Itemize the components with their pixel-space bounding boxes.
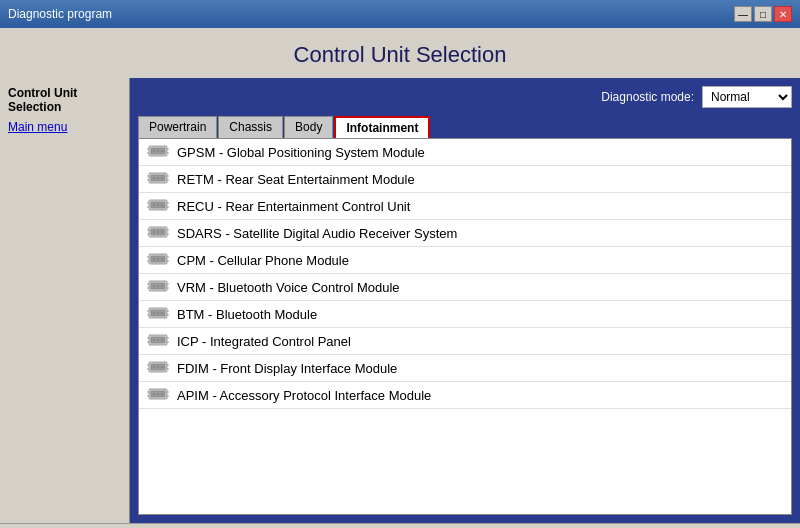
svg-point-87 bbox=[153, 393, 156, 396]
module-label: RECU - Rear Entertainment Control Unit bbox=[177, 199, 410, 214]
module-icon bbox=[147, 171, 169, 187]
tab-powertrain[interactable]: Powertrain bbox=[138, 116, 217, 138]
svg-point-70 bbox=[157, 339, 160, 342]
tabs: Powertrain Chassis Body Infotainment bbox=[138, 116, 792, 138]
module-label: ICP - Integrated Control Panel bbox=[177, 334, 351, 349]
svg-point-17 bbox=[161, 177, 164, 180]
diagnostic-mode-row: Diagnostic mode: Normal Extended Advance… bbox=[138, 86, 792, 108]
module-label: GPSM - Global Positioning System Module bbox=[177, 145, 425, 160]
svg-point-34 bbox=[157, 231, 160, 234]
module-list[interactable]: GPSM - Global Positioning System Module … bbox=[138, 138, 792, 515]
module-icon bbox=[147, 387, 169, 401]
list-item[interactable]: BTM - Bluetooth Module bbox=[139, 301, 791, 328]
window-title: Diagnostic program bbox=[8, 7, 112, 21]
module-icon bbox=[147, 360, 169, 376]
tab-body[interactable]: Body bbox=[284, 116, 333, 138]
sidebar-title: Control Unit Selection bbox=[8, 86, 121, 114]
module-icon bbox=[147, 252, 169, 266]
list-item[interactable]: GPSM - Global Positioning System Module bbox=[139, 139, 791, 166]
sidebar-main-menu[interactable]: Main menu bbox=[8, 120, 121, 134]
list-item[interactable]: SDARS - Satellite Digital Audio Receiver… bbox=[139, 220, 791, 247]
svg-point-42 bbox=[153, 258, 156, 261]
minimize-button[interactable]: — bbox=[734, 6, 752, 22]
module-icon bbox=[147, 387, 169, 403]
module-icon bbox=[147, 198, 169, 212]
module-icon bbox=[147, 171, 169, 185]
list-item[interactable]: CPM - Cellular Phone Module bbox=[139, 247, 791, 274]
module-label: BTM - Bluetooth Module bbox=[177, 307, 317, 322]
module-icon bbox=[147, 333, 169, 347]
list-item[interactable]: APIM - Accessory Protocol Interface Modu… bbox=[139, 382, 791, 409]
module-label: SDARS - Satellite Digital Audio Receiver… bbox=[177, 226, 457, 241]
module-icon bbox=[147, 279, 169, 293]
main-layout: Control Unit Selection Main menu Diagnos… bbox=[0, 78, 800, 523]
page-heading: Control Unit Selection bbox=[0, 28, 800, 78]
bottom-bar: << Go Back Go >> bbox=[0, 523, 800, 528]
svg-point-44 bbox=[161, 258, 164, 261]
svg-point-6 bbox=[153, 150, 156, 153]
sidebar: Control Unit Selection Main menu bbox=[0, 78, 130, 523]
module-icon bbox=[147, 306, 169, 320]
svg-point-8 bbox=[161, 150, 164, 153]
svg-point-33 bbox=[153, 231, 156, 234]
svg-point-25 bbox=[157, 204, 160, 207]
svg-point-53 bbox=[161, 285, 164, 288]
list-item[interactable]: RETM - Rear Seat Entertainment Module bbox=[139, 166, 791, 193]
module-icon bbox=[147, 198, 169, 214]
svg-point-79 bbox=[157, 366, 160, 369]
module-icon bbox=[147, 252, 169, 268]
svg-point-62 bbox=[161, 312, 164, 315]
svg-point-69 bbox=[153, 339, 156, 342]
svg-point-26 bbox=[161, 204, 164, 207]
module-icon bbox=[147, 306, 169, 322]
svg-point-15 bbox=[153, 177, 156, 180]
svg-point-80 bbox=[161, 366, 164, 369]
svg-point-88 bbox=[157, 393, 160, 396]
tab-chassis[interactable]: Chassis bbox=[218, 116, 283, 138]
list-item[interactable]: VRM - Bluetooth Voice Control Module bbox=[139, 274, 791, 301]
module-icon bbox=[147, 144, 169, 158]
tab-infotainment[interactable]: Infotainment bbox=[334, 116, 430, 138]
svg-point-78 bbox=[153, 366, 156, 369]
svg-point-43 bbox=[157, 258, 160, 261]
svg-point-16 bbox=[157, 177, 160, 180]
title-bar: Diagnostic program — □ ✕ bbox=[0, 0, 800, 28]
svg-point-52 bbox=[157, 285, 160, 288]
module-label: APIM - Accessory Protocol Interface Modu… bbox=[177, 388, 431, 403]
svg-point-51 bbox=[153, 285, 156, 288]
module-icon bbox=[147, 279, 169, 295]
svg-point-24 bbox=[153, 204, 156, 207]
module-label: RETM - Rear Seat Entertainment Module bbox=[177, 172, 415, 187]
svg-point-61 bbox=[157, 312, 160, 315]
content-area: Diagnostic mode: Normal Extended Advance… bbox=[130, 78, 800, 523]
svg-point-35 bbox=[161, 231, 164, 234]
svg-point-89 bbox=[161, 393, 164, 396]
svg-point-71 bbox=[161, 339, 164, 342]
module-icon bbox=[147, 225, 169, 241]
window-controls: — □ ✕ bbox=[734, 6, 792, 22]
module-icon bbox=[147, 360, 169, 374]
list-item[interactable]: RECU - Rear Entertainment Control Unit bbox=[139, 193, 791, 220]
module-icon bbox=[147, 144, 169, 160]
list-item[interactable]: FDIM - Front Display Interface Module bbox=[139, 355, 791, 382]
diagnostic-mode-select[interactable]: Normal Extended Advanced bbox=[702, 86, 792, 108]
svg-point-7 bbox=[157, 150, 160, 153]
module-label: CPM - Cellular Phone Module bbox=[177, 253, 349, 268]
module-icon bbox=[147, 333, 169, 349]
maximize-button[interactable]: □ bbox=[754, 6, 772, 22]
svg-point-60 bbox=[153, 312, 156, 315]
list-item[interactable]: ICP - Integrated Control Panel bbox=[139, 328, 791, 355]
diagnostic-mode-label: Diagnostic mode: bbox=[601, 90, 694, 104]
module-label: FDIM - Front Display Interface Module bbox=[177, 361, 397, 376]
close-button[interactable]: ✕ bbox=[774, 6, 792, 22]
module-label: VRM - Bluetooth Voice Control Module bbox=[177, 280, 400, 295]
module-icon bbox=[147, 225, 169, 239]
